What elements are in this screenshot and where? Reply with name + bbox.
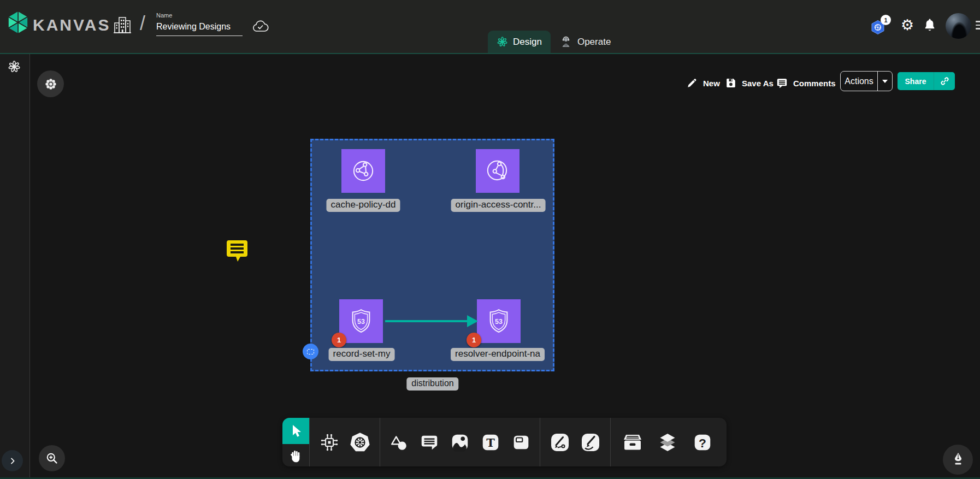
text-icon: T bbox=[480, 432, 501, 453]
canvas-comment-pin[interactable] bbox=[226, 240, 250, 263]
route53-shield-icon: 53 bbox=[346, 306, 376, 336]
kanvas-logo-icon bbox=[5, 10, 31, 35]
left-sidebar bbox=[0, 54, 30, 479]
record-set-error-badge[interactable]: 1 bbox=[332, 333, 346, 347]
hand-icon bbox=[289, 448, 303, 463]
comment-bubble-icon bbox=[419, 432, 440, 453]
origin-access-globe-icon bbox=[483, 156, 512, 186]
frame-tool-button[interactable] bbox=[506, 432, 536, 453]
text-tool-button[interactable]: T bbox=[475, 432, 506, 453]
kubernetes-components-button[interactable] bbox=[345, 431, 375, 454]
node-resolver-endpoint[interactable]: 53 bbox=[477, 299, 521, 343]
header-menu-icon[interactable] bbox=[976, 21, 980, 32]
organization-icon[interactable] bbox=[113, 15, 132, 36]
node-label-resolver: resolver-endpoint-na bbox=[451, 348, 545, 361]
save-as-button[interactable]: Save As bbox=[725, 75, 774, 91]
mode-tabs: Design Operate bbox=[488, 31, 619, 53]
tab-operate[interactable]: Operate bbox=[551, 31, 619, 53]
pencil-tool-button[interactable] bbox=[575, 431, 606, 453]
edge-arrowhead-icon bbox=[467, 315, 478, 327]
node-cache-policy[interactable] bbox=[341, 149, 385, 193]
distribution-group[interactable]: 53 53 1 1 cache-policy-dd origin-access-… bbox=[310, 139, 554, 371]
tool-dock: T bbox=[282, 418, 727, 466]
magnifier-plus-icon bbox=[45, 452, 58, 465]
dashed-rect-icon bbox=[307, 349, 314, 354]
user-avatar[interactable] bbox=[946, 13, 971, 39]
notifications-bell-icon[interactable] bbox=[923, 18, 936, 32]
media-tool-button[interactable] bbox=[445, 432, 475, 453]
group-selection-handle[interactable] bbox=[303, 344, 318, 359]
edge-record-to-resolver[interactable] bbox=[385, 320, 468, 322]
comments-icon bbox=[776, 77, 788, 90]
resolver-error-badge[interactable]: 1 bbox=[467, 333, 481, 347]
text-tool-glyph: T bbox=[486, 435, 495, 449]
k8s-count-badge: 1 bbox=[881, 15, 891, 25]
loading-flower-button[interactable] bbox=[37, 70, 64, 97]
question-mark-icon: ? bbox=[692, 432, 713, 453]
layers-icon bbox=[656, 431, 679, 453]
archive-button[interactable] bbox=[617, 431, 648, 453]
caret-down-icon bbox=[882, 80, 888, 83]
tab-design-label: Design bbox=[513, 37, 542, 48]
new-button[interactable]: New bbox=[686, 75, 720, 91]
meshery-spiral-icon[interactable] bbox=[7, 60, 21, 74]
new-pencil-icon bbox=[686, 77, 698, 89]
group-label-distribution[interactable]: distribution bbox=[406, 377, 458, 391]
design-name-block: Name bbox=[156, 12, 244, 36]
new-label: New bbox=[703, 79, 720, 88]
actions-label: Actions bbox=[841, 76, 877, 86]
select-pan-column bbox=[282, 418, 309, 466]
pen-mode-button[interactable] bbox=[943, 445, 973, 475]
tab-operate-label: Operate bbox=[577, 37, 611, 48]
save-as-label: Save As bbox=[742, 79, 774, 88]
settings-gear-icon[interactable]: ⚙ bbox=[900, 18, 914, 32]
expand-sidebar-button[interactable] bbox=[2, 450, 23, 471]
layers-button[interactable] bbox=[652, 431, 683, 453]
pan-tool-button[interactable] bbox=[282, 444, 309, 466]
flower-spinner-icon bbox=[44, 77, 58, 91]
comments-button[interactable]: Comments bbox=[776, 75, 836, 91]
node-label-origin-access: origin-access-contr... bbox=[451, 199, 546, 212]
shapes-icon bbox=[388, 432, 409, 453]
comment-tool-button[interactable] bbox=[414, 432, 445, 453]
route53-number: 53 bbox=[357, 318, 365, 326]
kanvas-app: KANVAS / Name bbox=[0, 0, 980, 479]
node-origin-access[interactable] bbox=[476, 149, 519, 193]
select-tool-button[interactable] bbox=[282, 418, 309, 444]
manage-section: ? bbox=[611, 418, 724, 466]
node-label-record-set: record-set-my bbox=[329, 348, 395, 361]
node-label-cache-policy: cache-policy-dd bbox=[326, 199, 400, 212]
frame-note-icon bbox=[511, 432, 532, 453]
cursor-pointer-icon bbox=[290, 424, 303, 438]
share-button[interactable]: Share bbox=[898, 72, 955, 90]
chevron-right-icon bbox=[8, 457, 17, 465]
design-name-input[interactable] bbox=[156, 21, 243, 36]
zoom-in-button[interactable] bbox=[39, 445, 65, 471]
share-label: Share bbox=[898, 77, 934, 86]
design-name-label: Name bbox=[156, 12, 244, 19]
breadcrumb-separator: / bbox=[140, 12, 145, 35]
chip-circuit-icon bbox=[318, 431, 340, 453]
mesh-components-button[interactable] bbox=[314, 431, 345, 453]
kubernetes-wheel-icon bbox=[349, 431, 371, 454]
header: KANVAS / Name bbox=[0, 0, 980, 53]
copy-link-button[interactable] bbox=[934, 75, 955, 87]
design-canvas[interactable]: New Save As Comments Actions bbox=[0, 53, 980, 479]
pen-tool-button[interactable] bbox=[545, 431, 575, 453]
drawer-archive-icon bbox=[621, 431, 644, 453]
cloudfront-globe-icon bbox=[349, 156, 378, 186]
kubernetes-context-button[interactable]: 1 bbox=[870, 16, 893, 33]
pen-bezier-icon bbox=[549, 431, 571, 453]
route53-shield-icon: 53 bbox=[484, 306, 513, 336]
node-record-set[interactable]: 53 bbox=[339, 299, 383, 343]
logo-text: KANVAS bbox=[33, 16, 110, 34]
help-button[interactable]: ? bbox=[687, 432, 718, 453]
draw-section bbox=[540, 418, 610, 466]
actions-dropdown-button[interactable]: Actions bbox=[840, 71, 893, 91]
help-glyph: ? bbox=[699, 435, 706, 450]
link-chain-icon bbox=[939, 75, 951, 87]
actions-caret-button[interactable] bbox=[878, 80, 892, 83]
tab-design[interactable]: Design bbox=[488, 31, 551, 53]
shapes-tool-button[interactable] bbox=[383, 432, 414, 453]
cloud-saved-icon bbox=[252, 19, 269, 34]
